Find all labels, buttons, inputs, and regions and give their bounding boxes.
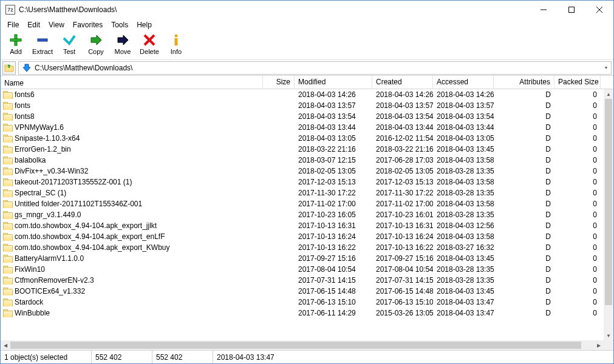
cell-modified: 2018-03-07 12:15 [295,156,372,164]
scroll-thumb[interactable] [605,99,612,305]
scroll-right-icon[interactable]: ▶ [594,340,604,350]
table-row[interactable]: BOOTICEx64_v1.3322017-06-15 14:482017-06… [1,286,604,297]
col-modified[interactable]: Modified [295,76,372,89]
cell-created: 2017-07-31 14:15 [372,276,433,285]
cell-attr: D [494,112,554,121]
table-row[interactable]: Stardock2017-06-13 15:102017-06-13 15:10… [1,297,604,308]
col-packed[interactable]: Packed Size [554,76,601,89]
table-row[interactable]: DivFix++_v0.34-Win322018-02-05 13:052018… [1,166,604,177]
cell-created: 2017-06-28 17:03 [372,156,433,164]
cell-packed: 0 [554,112,601,121]
table-row[interactable]: BatteryAlarmV1.1.0.02017-09-27 15:162017… [1,253,604,264]
move-button[interactable]: Move [110,32,135,55]
table-row[interactable]: CtfmonRemoverEN-v2.32017-07-31 14:152017… [1,275,604,286]
folder-icon [3,189,13,197]
col-size[interactable]: Size [263,76,295,89]
table-row[interactable]: com.tdo.showbox_4.94-104.apk_export_KWbu… [1,242,604,253]
hscroll-thumb[interactable] [10,342,581,349]
col-created[interactable]: Created [372,76,433,89]
cell-attr: D [494,221,554,230]
folder-icon [3,200,13,207]
folder-icon [3,211,13,218]
cell-name: CtfmonRemoverEN-v2.3 [1,276,263,285]
cell-packed: 0 [554,265,601,274]
col-accessed[interactable]: Accessed [433,76,494,89]
vertical-scrollbar[interactable]: ▲ ▼ [604,89,613,340]
menu-help[interactable]: Help [132,19,156,30]
cell-modified: 2017-06-11 14:29 [295,309,372,317]
cell-packed: 0 [554,178,601,186]
info-button[interactable]: Info [163,32,189,55]
cell-name: Snipaste-1.10.3-x64 [1,134,263,143]
maximize-button[interactable] [558,1,585,19]
cell-accessed: 2018-04-03 13:58 [433,200,494,208]
table-row[interactable]: fonts82018-04-03 13:542018-04-03 13:5420… [1,111,604,122]
cell-accessed: 2018-04-03 13:47 [433,309,494,317]
list-body[interactable]: fonts62018-04-03 14:262018-04-03 14:2620… [1,89,613,340]
menu-favorites[interactable]: Favorites [69,19,107,30]
table-row[interactable]: com.tdo.showbox_4.94-104.apk_export_jjlk… [1,220,604,231]
menu-edit[interactable]: Edit [23,19,44,30]
cell-modified: 2017-12-03 15:13 [295,178,372,186]
table-row[interactable]: balabolka2018-03-07 12:152017-06-28 17:0… [1,155,604,166]
cell-packed: 0 [554,101,601,110]
scroll-track[interactable] [604,99,613,331]
cell-created: 2017-11-02 17:00 [372,200,433,208]
cell-modified: 2018-04-03 13:57 [295,101,372,110]
cell-accessed: 2018-04-03 13:58 [433,156,494,164]
horizontal-scrollbar[interactable]: ◀ ▶ [1,340,613,350]
menu-tools[interactable]: Tools [107,19,132,30]
table-row[interactable]: Spectral_SC (1)2017-11-30 17:222017-11-3… [1,187,604,198]
minimize-button[interactable] [530,1,558,19]
table-row[interactable]: takeout-20171203T135552Z-001 (1)2017-12-… [1,177,604,187]
folder-icon [3,266,13,273]
folder-icon [3,178,13,186]
cell-attr: D [494,123,554,132]
cell-attr: D [494,134,554,143]
cell-created: 2018-04-03 13:54 [372,112,433,121]
table-row[interactable]: gs_mngr_v3.1.449.02017-10-23 16:052017-1… [1,209,604,220]
menu-file[interactable]: File [3,19,23,30]
table-row[interactable]: fonts2018-04-03 13:572018-04-03 13:57201… [1,100,604,111]
copy-label: Copy [88,48,104,55]
cell-created: 2017-10-13 16:22 [372,243,433,252]
table-row[interactable]: ErrorGen-1.2_bin2018-03-22 21:162018-03-… [1,144,604,155]
info-icon [169,33,183,47]
table-row[interactable]: Untitled folder-20171102T155346Z-0012017… [1,198,604,209]
table-row[interactable]: FixWin102017-08-04 10:542017-08-04 10:54… [1,264,604,275]
cell-accessed: 2018-04-03 14:26 [433,90,494,99]
cell-packed: 0 [554,276,601,285]
cell-created: 2017-08-04 10:54 [372,265,433,274]
table-row[interactable]: fonts62018-04-03 14:262018-04-03 14:2620… [1,89,604,100]
column-headers: Name Size Modified Created Accessed Attr… [1,76,613,89]
close-button[interactable] [585,1,613,19]
scroll-up-icon[interactable]: ▲ [604,89,613,99]
folder-icon [3,113,13,120]
cell-attr: D [494,90,554,99]
table-row[interactable]: WinBubble2017-06-11 14:292015-03-26 13:0… [1,308,604,318]
svg-rect-6 [38,39,47,41]
scroll-left-icon[interactable]: ◀ [1,340,10,350]
col-name[interactable]: Name [1,76,263,89]
extract-button[interactable]: Extract [30,32,55,55]
cell-modified: 2018-04-03 14:26 [295,90,372,99]
test-button[interactable]: Test [56,32,82,55]
add-button[interactable]: Add [3,32,29,55]
path-input[interactable]: C:\Users\Matthew\Downloads\ ▾ [18,61,612,75]
menu-view[interactable]: View [44,19,69,30]
hscroll-track[interactable] [10,340,594,350]
col-attributes[interactable]: Attributes [494,76,554,89]
table-row[interactable]: VPNMyWay1.62018-04-03 13:442018-04-03 13… [1,122,604,133]
path-dropdown-button[interactable]: ▾ [601,65,611,70]
table-row[interactable]: com.tdo.showbox_4.94-104.apk_export_enLf… [1,231,604,242]
up-button[interactable] [2,61,16,75]
delete-button[interactable]: Delete [137,32,162,55]
copy-button[interactable]: Copy [83,32,109,55]
cell-name: BatteryAlarmV1.1.0.0 [1,254,263,263]
scroll-down-icon[interactable]: ▼ [604,331,613,340]
cell-attr: D [494,309,554,317]
delete-label: Delete [140,48,159,55]
table-row[interactable]: Snipaste-1.10.3-x642018-04-03 13:052016-… [1,133,604,144]
path-text: C:\Users\Matthew\Downloads\ [35,64,601,72]
cell-modified: 2017-10-13 16:22 [295,243,372,252]
